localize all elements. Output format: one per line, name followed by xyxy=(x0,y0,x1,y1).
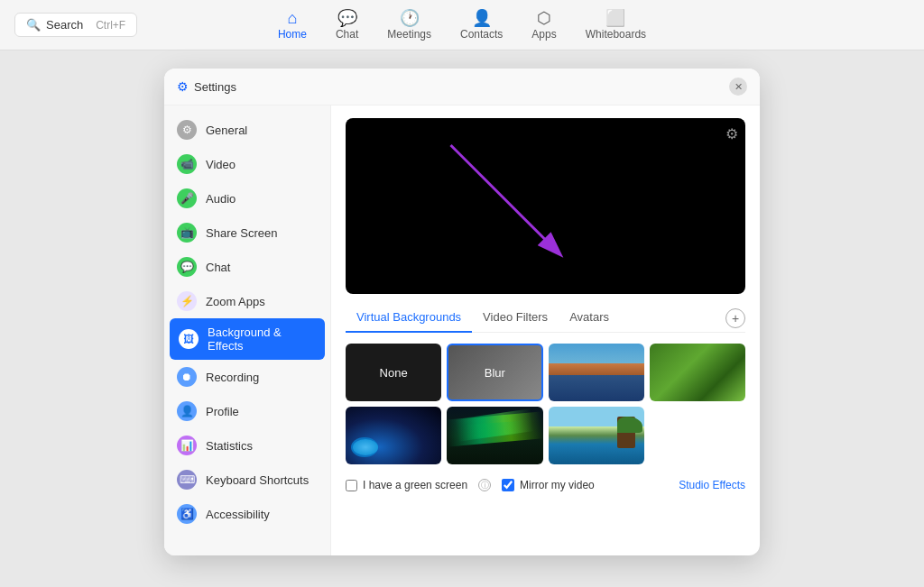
search-icon: 🔍 xyxy=(26,18,41,32)
bg-none-label: None xyxy=(380,366,408,380)
green-screen-checkbox[interactable]: I have a green screen xyxy=(346,479,467,491)
nav-tab-apps-label: Apps xyxy=(531,28,556,41)
mirror-video-input[interactable] xyxy=(502,479,514,491)
meetings-icon: 🕐 xyxy=(400,10,420,26)
nav-tab-apps[interactable]: ⬡ Apps xyxy=(521,6,567,44)
sidebar-item-background[interactable]: 🖼 Background & Effects xyxy=(170,318,325,360)
contacts-icon: 👤 xyxy=(472,10,492,26)
studio-effects-button[interactable]: Studio Effects xyxy=(679,479,745,491)
content-tabs: Virtual Backgrounds Video Filters Avatar… xyxy=(346,305,745,333)
bg-item-beach[interactable] xyxy=(549,407,644,464)
statistics-icon: 📊 xyxy=(177,436,197,455)
nav-tab-contacts[interactable]: 👤 Contacts xyxy=(449,6,513,44)
dialog-body: ⚙ General 📹 Video 🎤 Audio 📺 Share Screen… xyxy=(164,105,760,555)
nav-tab-meetings-label: Meetings xyxy=(387,28,431,41)
recording-icon: ⏺ xyxy=(177,367,197,387)
nav-tab-whiteboards-label: Whiteboards xyxy=(586,28,646,41)
nav-tab-meetings[interactable]: 🕐 Meetings xyxy=(376,6,442,44)
tab-virtual-backgrounds[interactable]: Virtual Backgrounds xyxy=(346,305,472,333)
settings-dialog-icon: ⚙ xyxy=(177,79,189,94)
nav-tab-home-label: Home xyxy=(278,28,307,41)
whiteboards-icon: ⬜ xyxy=(605,10,625,26)
bg-item-blur[interactable]: Blur xyxy=(447,344,542,401)
background-icon: 🖼 xyxy=(179,329,199,349)
general-icon: ⚙ xyxy=(177,120,197,140)
audio-icon: 🎤 xyxy=(177,188,197,208)
sidebar-item-video[interactable]: 📹 Video xyxy=(164,147,330,181)
sidebar-item-chat-label: Chat xyxy=(206,261,230,274)
add-background-button[interactable]: + xyxy=(725,308,745,328)
search-button[interactable]: 🔍 Search Ctrl+F xyxy=(14,13,137,37)
home-icon: ⌂ xyxy=(287,10,297,26)
share-screen-icon: 📺 xyxy=(177,223,197,243)
sidebar-item-audio-label: Audio xyxy=(206,192,236,206)
nav-tab-contacts-label: Contacts xyxy=(460,28,503,41)
nav-tab-chat[interactable]: 💬 Chat xyxy=(325,6,369,44)
search-shortcut: Ctrl+F xyxy=(96,19,125,32)
sidebar-item-general-label: General xyxy=(206,124,247,137)
sidebar-item-audio[interactable]: 🎤 Audio xyxy=(164,181,330,216)
tab-video-filters[interactable]: Video Filters xyxy=(472,305,559,333)
bg-item-golden-gate[interactable] xyxy=(549,344,644,401)
background-grid: None Blur xyxy=(346,344,745,464)
green-screen-info-icon[interactable]: ⓘ xyxy=(478,479,491,491)
main-nav: ⌂ Home 💬 Chat 🕐 Meetings 👤 Contacts ⬡ Ap… xyxy=(267,6,657,44)
sidebar-item-recording-label: Recording xyxy=(206,371,259,384)
mirror-video-label: Mirror my video xyxy=(520,479,595,491)
zoom-apps-icon: ⚡ xyxy=(177,291,197,311)
sidebar-item-share-screen[interactable]: 📺 Share Screen xyxy=(164,216,330,250)
topbar: 🔍 Search Ctrl+F ⌂ Home 💬 Chat 🕐 Meetings… xyxy=(0,0,924,50)
content-area: ⚙ Virtual Backgrounds Video Filte xyxy=(331,105,760,555)
sidebar-item-chat[interactable]: 💬 Chat xyxy=(164,250,330,284)
dialog-titlebar: ⚙ Settings ✕ xyxy=(164,69,760,105)
chat-sidebar-icon: 💬 xyxy=(177,257,197,277)
bg-item-green-leaves[interactable] xyxy=(650,344,745,401)
sidebar-item-keyboard-label: Keyboard Shortcuts xyxy=(206,473,309,487)
main-content: ⚙ Settings ✕ ⚙ General 📹 Video 🎤 Audio xyxy=(0,50,924,587)
sidebar-item-keyboard[interactable]: ⌨ Keyboard Shortcuts xyxy=(164,463,330,497)
nav-tab-home[interactable]: ⌂ Home xyxy=(267,6,318,44)
sidebar-item-statistics[interactable]: 📊 Statistics xyxy=(164,428,330,463)
sidebar-item-accessibility[interactable]: ♿ Accessibility xyxy=(164,497,330,531)
sidebar-item-statistics-label: Statistics xyxy=(206,439,253,453)
tab-avatars[interactable]: Avatars xyxy=(559,305,620,333)
green-screen-input[interactable] xyxy=(346,480,357,491)
sidebar-item-recording[interactable]: ⏺ Recording xyxy=(164,360,330,394)
search-label: Search xyxy=(46,18,83,32)
sidebar-item-general[interactable]: ⚙ General xyxy=(164,113,330,147)
arrow-pointer xyxy=(346,118,745,294)
sidebar-item-zoom-apps[interactable]: ⚡ Zoom Apps xyxy=(164,284,330,318)
chat-nav-icon: 💬 xyxy=(337,10,357,26)
accessibility-icon: ♿ xyxy=(177,504,197,524)
apps-icon: ⬡ xyxy=(537,10,551,26)
sidebar-item-zoom-apps-label: Zoom Apps xyxy=(206,295,265,308)
sidebar-item-profile[interactable]: 👤 Profile xyxy=(164,394,330,428)
video-preview: ⚙ xyxy=(346,118,745,294)
nav-tab-whiteboards[interactable]: ⬜ Whiteboards xyxy=(575,6,657,44)
bg-item-aurora[interactable] xyxy=(447,407,542,464)
bottom-row: I have a green screen ⓘ Mirror my video … xyxy=(346,475,745,491)
mirror-video-checkbox[interactable]: Mirror my video xyxy=(502,479,595,491)
sidebar-item-share-label: Share Screen xyxy=(206,226,278,240)
bg-item-space[interactable] xyxy=(346,407,441,464)
bg-blur-label: Blur xyxy=(485,366,505,380)
sidebar-item-profile-label: Profile xyxy=(206,405,239,418)
dialog-title: Settings xyxy=(194,80,729,94)
sidebar-item-video-label: Video xyxy=(206,158,236,171)
sidebar-item-accessibility-label: Accessibility xyxy=(206,508,270,521)
bg-item-none[interactable]: None xyxy=(346,344,441,401)
nav-tab-chat-label: Chat xyxy=(336,28,358,41)
profile-icon: 👤 xyxy=(177,401,197,421)
settings-sidebar: ⚙ General 📹 Video 🎤 Audio 📺 Share Screen… xyxy=(164,105,331,555)
green-screen-label: I have a green screen xyxy=(363,479,467,491)
sidebar-item-background-label: Background & Effects xyxy=(208,326,316,353)
video-icon: 📹 xyxy=(177,154,197,174)
dialog-close-button[interactable]: ✕ xyxy=(729,78,747,96)
keyboard-icon: ⌨ xyxy=(177,470,197,490)
settings-dialog: ⚙ Settings ✕ ⚙ General 📹 Video 🎤 Audio xyxy=(164,69,760,555)
camera-settings-icon[interactable]: ⚙ xyxy=(725,125,738,142)
